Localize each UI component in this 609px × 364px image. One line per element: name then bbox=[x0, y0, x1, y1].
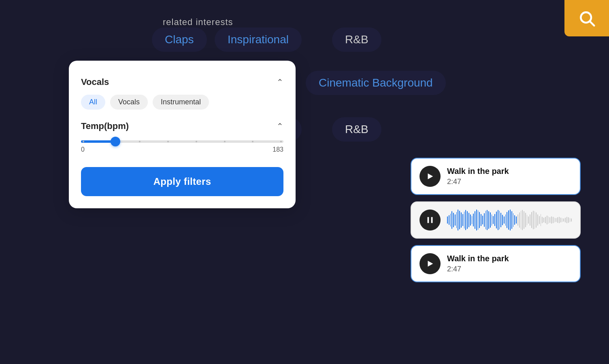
wave-bar bbox=[511, 211, 512, 229]
wave-bar bbox=[537, 214, 538, 226]
wave-bar bbox=[472, 216, 473, 224]
wave-bar bbox=[476, 210, 477, 231]
play-button-1[interactable] bbox=[419, 166, 441, 187]
wave-bar bbox=[530, 214, 530, 226]
bpm-slider-container[interactable]: 0 183 bbox=[81, 140, 283, 153]
music-cards-container: Walk in the park 2:47 Walk in the park 2… bbox=[411, 158, 581, 282]
bg-tag-claps-1[interactable]: Claps bbox=[152, 28, 207, 52]
wave-bar bbox=[554, 218, 555, 222]
wave-bar bbox=[527, 215, 528, 225]
music-info-3: Walk in the park 2:47 bbox=[447, 254, 572, 273]
music-card-1: Walk in the park 2:47 bbox=[411, 158, 581, 195]
wave-bar bbox=[490, 212, 491, 228]
wave-bar bbox=[481, 214, 481, 226]
wave-bar bbox=[485, 211, 486, 229]
music-title-1: Walk in the park bbox=[447, 167, 572, 176]
wave-bar bbox=[478, 210, 479, 230]
wave-bar bbox=[557, 217, 558, 223]
music-card-3: Walk in the park 2:47 bbox=[411, 245, 581, 282]
music-duration-3: 2:47 bbox=[447, 265, 572, 273]
wave-bar bbox=[504, 216, 505, 224]
wave-bar bbox=[449, 215, 449, 225]
wave-bar bbox=[539, 216, 540, 224]
slider-dot bbox=[196, 141, 197, 142]
wave-bar bbox=[525, 213, 526, 227]
wave-bar bbox=[521, 211, 522, 229]
svg-marker-5 bbox=[428, 261, 433, 267]
search-button[interactable] bbox=[564, 0, 609, 36]
wave-bar bbox=[549, 217, 550, 223]
wave-bar bbox=[534, 211, 535, 229]
slider-thumb[interactable] bbox=[111, 137, 120, 146]
wave-bar bbox=[498, 210, 498, 230]
music-duration-1: 2:47 bbox=[447, 178, 572, 186]
bg-tag-rnb-2[interactable]: R&B bbox=[332, 117, 381, 142]
wave-bar bbox=[565, 218, 566, 222]
wave-bar bbox=[519, 212, 520, 228]
vocal-all-button[interactable]: All bbox=[81, 95, 105, 110]
pause-icon-2 bbox=[426, 216, 434, 224]
svg-line-1 bbox=[590, 21, 594, 25]
wave-bar bbox=[533, 211, 534, 229]
play-button-3[interactable] bbox=[419, 253, 441, 274]
filter-panel: Vocals ⌃ All Vocals Instrumental Temp(bp… bbox=[69, 61, 296, 208]
wave-bar bbox=[548, 216, 549, 224]
music-info-1: Walk in the park 2:47 bbox=[447, 167, 572, 186]
wave-bar bbox=[468, 213, 469, 227]
wave-bar bbox=[467, 211, 468, 229]
wave-bar bbox=[492, 214, 492, 226]
wave-bar bbox=[453, 213, 454, 227]
wave-bar bbox=[505, 214, 506, 226]
play-icon-3 bbox=[426, 259, 434, 268]
bpm-section: Temp(bpm) ⌃ 0 183 bbox=[81, 121, 283, 196]
wave-bar bbox=[456, 212, 457, 228]
wave-bar bbox=[510, 210, 511, 231]
wave-bar bbox=[473, 214, 474, 226]
pause-button-2[interactable] bbox=[419, 210, 441, 231]
wave-bar bbox=[566, 217, 567, 223]
vocal-vocals-button[interactable]: Vocals bbox=[110, 95, 148, 110]
bg-tag-inspirational-1[interactable]: Inspirational bbox=[215, 28, 302, 52]
wave-bar bbox=[461, 212, 462, 228]
wave-bar bbox=[556, 218, 556, 222]
wave-bar bbox=[514, 215, 515, 225]
wave-bar bbox=[496, 212, 497, 229]
wave-bar bbox=[551, 216, 552, 224]
wave-bar bbox=[487, 210, 488, 230]
wave-bar bbox=[571, 218, 572, 222]
bg-tag-cinematic[interactable]: Cinematic Background bbox=[306, 71, 446, 95]
bg-tag-rnb-1[interactable]: R&B bbox=[332, 28, 381, 52]
apply-filters-button[interactable]: Apply filters bbox=[81, 167, 283, 196]
wave-bar bbox=[475, 211, 475, 229]
wave-bar bbox=[493, 216, 494, 224]
wave-bar bbox=[568, 217, 569, 223]
wave-bar bbox=[528, 216, 529, 224]
wave-bar bbox=[464, 212, 465, 229]
vocals-label: Vocals bbox=[81, 77, 109, 87]
slider-dot bbox=[280, 141, 282, 142]
wave-bar bbox=[543, 218, 544, 222]
wave-bar bbox=[499, 211, 500, 229]
wave-bar bbox=[517, 214, 518, 226]
bpm-chevron-icon[interactable]: ⌃ bbox=[277, 121, 283, 131]
slider-min-label: 0 bbox=[81, 146, 85, 153]
music-title-3: Walk in the park bbox=[447, 254, 572, 263]
wave-bar bbox=[524, 211, 524, 229]
wave-bar bbox=[450, 214, 451, 226]
slider-labels: 0 183 bbox=[81, 146, 283, 153]
wave-bar bbox=[508, 210, 509, 230]
slider-dot bbox=[167, 141, 169, 142]
wave-bar bbox=[562, 218, 563, 222]
wave-bar bbox=[470, 214, 471, 226]
slider-dot bbox=[139, 141, 141, 142]
wave-bar bbox=[458, 210, 458, 231]
wave-bar bbox=[513, 213, 514, 227]
play-icon-1 bbox=[426, 172, 434, 181]
svg-rect-4 bbox=[431, 217, 433, 223]
wave-bar bbox=[479, 212, 480, 228]
vocals-chevron-icon[interactable]: ⌃ bbox=[277, 77, 283, 87]
wave-bar bbox=[455, 214, 456, 226]
wave-bar bbox=[559, 217, 560, 223]
vocal-instrumental-button[interactable]: Instrumental bbox=[153, 95, 209, 110]
wave-bar bbox=[516, 216, 517, 224]
